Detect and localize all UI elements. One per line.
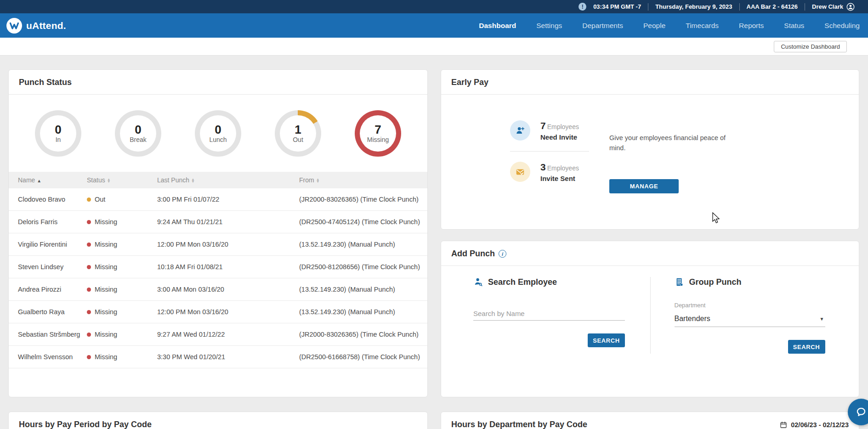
invite-sent-count: 3 [540, 162, 546, 172]
info-icon[interactable]: i [499, 250, 506, 258]
date-range-text: 02/06/23 - 02/12/23 [791, 421, 849, 429]
sort-icon: ▲▼ [107, 178, 111, 183]
donut-label: Missing [367, 136, 389, 143]
need-invite-stat: 7Employees Need Invite [510, 120, 609, 141]
cell-from: (JR2000-83026365) (Time Clock Punch) [299, 323, 428, 346]
status-dot-icon [87, 333, 91, 337]
sort-icon: ▲▼ [316, 178, 320, 183]
nav-item-reports[interactable]: Reports [739, 22, 764, 30]
cell-last-punch: 12:00 PM Mon 03/16/20 [157, 301, 299, 323]
nav-items: DashboardSettingsDepartmentsPeopleTimeca… [479, 22, 860, 30]
donut-break[interactable]: 0 Break [115, 110, 161, 157]
cell-name: Wilhelm Svensson [9, 346, 87, 368]
table-row[interactable]: Wilhelm Svensson Missing 3:30 PM Wed 01/… [9, 346, 428, 368]
donut-value: 0 [215, 124, 221, 136]
table-row[interactable]: Virgilio Fiorentini Missing 12:00 PM Mon… [9, 233, 428, 256]
nav-item-people[interactable]: People [643, 22, 665, 30]
nav-item-timecards[interactable]: Timecards [686, 22, 719, 30]
top-utility-bar: ! 03:34 PM GMT -7 Thursday, February 9, … [0, 0, 868, 13]
nav-item-dashboard[interactable]: Dashboard [479, 22, 516, 30]
main-navbar: uAttend. DashboardSettingsDepartmentsPeo… [0, 13, 868, 38]
user-menu[interactable]: Drew Clark [805, 3, 862, 11]
cell-from: (13.52.149.230) (Manual Punch) [299, 278, 428, 301]
alert-info-icon[interactable]: ! [579, 3, 586, 11]
chat-icon [855, 406, 867, 418]
cell-status: Missing [87, 263, 153, 271]
column-header-last-punch[interactable]: Last Punch▲▼ [157, 172, 299, 188]
brand-logo[interactable]: uAttend. [6, 18, 66, 34]
donut-missing[interactable]: 7 Missing [355, 110, 401, 157]
punch-status-title: Punch Status [9, 70, 427, 95]
cell-status: Missing [87, 353, 153, 361]
search-employee-button[interactable]: SEARCH [588, 333, 625, 347]
group-punch-search-button[interactable]: SEARCH [788, 340, 825, 354]
cell-from: (13.52.149.230) (Manual Punch) [299, 233, 428, 256]
punch-status-card: Punch Status 0 In0 Break0 Lunch1 Out7 Mi… [8, 69, 428, 397]
table-row[interactable]: Steven Lindsey Missing 10:18 AM Fri 01/0… [9, 256, 428, 278]
cell-from: (JR2000-83026365) (Time Clock Punch) [299, 188, 428, 211]
account-name[interactable]: AAA Bar 2 - 64126 [740, 3, 805, 11]
nav-item-departments[interactable]: Departments [582, 22, 623, 30]
donut-lunch[interactable]: 0 Lunch [195, 110, 241, 157]
cell-from: (DR2500-61668758) (Time Clock Punch) [299, 346, 428, 368]
nav-item-status[interactable]: Status [784, 22, 804, 30]
column-header-name[interactable]: Name▲ [9, 172, 87, 188]
date-range-picker[interactable]: 02/06/23 - 02/12/23 [780, 421, 849, 429]
donut-value: 0 [55, 124, 61, 136]
search-employee-heading: Search Employee [473, 277, 625, 287]
invite-sent-stat: 3Employees Invite Sent [510, 162, 609, 182]
status-dot-icon [87, 355, 91, 359]
table-row[interactable]: Clodoveo Bravo Out 3:00 PM Fri 01/07/22 … [9, 188, 428, 211]
add-punch-header: Add Punch i [441, 241, 859, 266]
table-row[interactable]: Sebastian Stršmberg Missing 9:27 AM Wed … [9, 323, 428, 346]
cell-last-punch: 9:24 AM Thu 01/21/21 [157, 211, 299, 233]
hours-by-department-card: Hours by Department by Pay Code 02/06/23… [441, 412, 859, 429]
cell-name: Deloris Farris [9, 211, 87, 233]
hours-pay-period-title: Hours by Pay Period by Pay Code [19, 420, 152, 429]
cell-name: Steven Lindsey [9, 256, 87, 278]
status-dot-icon [87, 310, 91, 314]
status-dot-icon [87, 243, 91, 247]
cell-from: (DR2500-81208656) (Time Clock Punch) [299, 256, 428, 278]
status-dot-icon [87, 220, 91, 224]
nav-item-settings[interactable]: Settings [536, 22, 562, 30]
early-pay-stats: 7Employees Need Invite [510, 120, 609, 193]
table-row[interactable]: Deloris Farris Missing 9:24 AM Thu 01/21… [9, 211, 428, 233]
search-employee-input[interactable] [473, 307, 625, 321]
customize-dashboard-button[interactable]: Customize Dashboard [774, 41, 847, 52]
invite-sent-label: Invite Sent [540, 175, 579, 182]
cell-status: Out [87, 196, 153, 203]
column-header-from[interactable]: From▲▼ [299, 172, 428, 188]
cell-name: Clodoveo Bravo [9, 188, 87, 211]
cell-last-punch: 3:00 PM Fri 01/07/22 [157, 188, 299, 211]
donut-value: 0 [135, 124, 141, 136]
donut-label: Out [293, 136, 303, 143]
donut-in[interactable]: 0 In [35, 110, 81, 157]
early-pay-card: Early Pay 7Employees Need [441, 69, 859, 230]
avatar-icon [846, 3, 855, 11]
cell-status: Missing [87, 286, 153, 293]
manage-button[interactable]: MANAGE [609, 179, 679, 193]
cell-from: (DR2500-47405124) (Time Clock Punch) [299, 211, 428, 233]
column-header-status[interactable]: Status▲▼ [87, 172, 157, 188]
table-row[interactable]: Gualberto Raya Missing 12:00 PM Mon 03/1… [9, 301, 428, 323]
cell-status: Missing [87, 308, 153, 316]
cell-name: Sebastian Stršmberg [9, 323, 87, 346]
status-dot-icon [87, 265, 91, 269]
current-date: Thursday, February 9, 2023 [648, 3, 739, 11]
donut-value: 1 [295, 124, 301, 136]
department-select[interactable]: Bartenders ▼ [675, 311, 825, 327]
donut-label: Lunch [209, 136, 227, 143]
donut-out[interactable]: 1 Out [275, 110, 321, 157]
divider [510, 151, 589, 152]
table-header-row: Name▲ Status▲▼ Last Punch▲▼ From▲▼ [9, 172, 428, 188]
sub-header-strip: Customize Dashboard [0, 38, 868, 56]
envelope-check-icon [510, 162, 530, 182]
table-row[interactable]: Andrea Pirozzi Missing 3:00 AM Mon 03/16… [9, 278, 428, 301]
nav-item-scheduling[interactable]: Scheduling [824, 22, 860, 30]
chevron-down-icon: ▼ [820, 316, 824, 322]
cell-status: Missing [87, 218, 153, 226]
donut-label: Break [130, 136, 147, 143]
dashboard-content: Punch Status 0 In0 Break0 Lunch1 Out7 Mi… [0, 56, 868, 429]
person-add-icon [510, 120, 530, 141]
